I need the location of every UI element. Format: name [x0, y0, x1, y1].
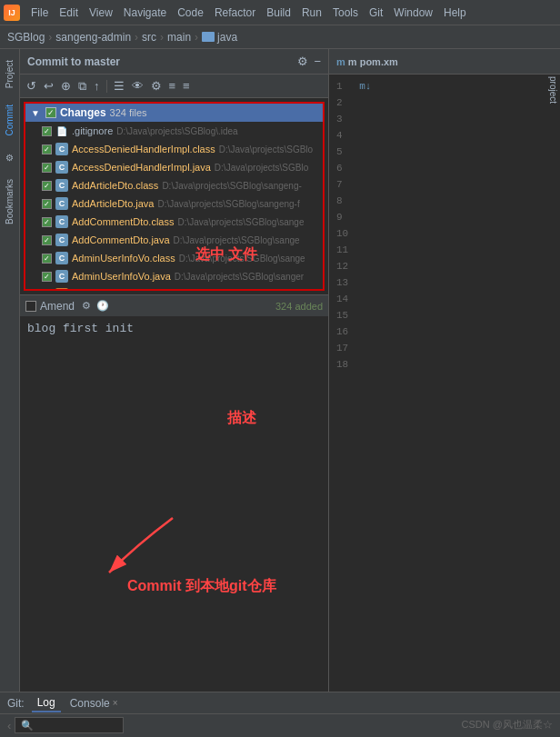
file-item-7[interactable]: ✓ C AdminUserInfoVo.class D:\Java\projec… — [25, 249, 323, 267]
file-item-2[interactable]: ✓ C AccessDeniedHandlerImpl.java D:\Java… — [25, 158, 323, 176]
menu-code[interactable]: Code — [172, 5, 209, 21]
tab-console-close[interactable]: × — [113, 698, 118, 708]
file-cb-gitignore[interactable]: ✓ — [42, 126, 52, 136]
file-cb-8[interactable]: ✓ — [42, 272, 52, 282]
file-item-5[interactable]: ✓ C AddCommentDto.class D:\Java\projects… — [25, 213, 323, 231]
menu-file[interactable]: File — [25, 5, 54, 21]
line-10: 10 — [336, 225, 348, 242]
file-item-4[interactable]: ✓ C AddArticleDto.java D:\Java\projects\… — [25, 194, 323, 213]
file-item-9[interactable]: ✓ E AppHttpCodeEnum.class D:\Java\projec… — [25, 285, 323, 291]
git-label: Git: — [7, 697, 25, 710]
menu-window[interactable]: Window — [388, 5, 438, 21]
line-4: 4 — [336, 127, 348, 144]
file-cb-9[interactable]: ✓ — [42, 290, 52, 292]
watermark: CSDN @风也温柔☆ — [462, 718, 553, 732]
changes-select-all[interactable]: ✓ — [45, 107, 56, 118]
minimize-icon[interactable]: − — [314, 55, 321, 68]
breadcrumb-src[interactable]: src — [142, 31, 156, 44]
toolbar-eye[interactable]: 👁 — [129, 77, 146, 95]
commit-panel: Commit to master ⚙ − ↺ ↩ ⊕ ⧉ ↑ ☰ 👁 ⚙ ≡ ≡… — [20, 49, 329, 737]
changes-count: 324 files — [110, 107, 147, 118]
menu-view[interactable]: View — [84, 5, 118, 21]
toolbar-view1[interactable]: ☰ — [111, 77, 127, 95]
toolbar: ↺ ↩ ⊕ ⧉ ↑ ☰ 👁 ⚙ ≡ ≡ — [20, 75, 328, 98]
file-cb-1[interactable]: ✓ — [42, 144, 52, 154]
line-12: 12 — [336, 258, 348, 274]
toolbar-menu1[interactable]: ≡ — [166, 77, 179, 95]
breadcrumb-sangeng-admin[interactable]: sangeng-admin — [55, 31, 131, 44]
sidebar-tab-commit[interactable]: Commit — [3, 97, 16, 143]
menu-navigate[interactable]: Navigate — [118, 5, 172, 21]
commit-message-input[interactable]: blog first init — [20, 316, 328, 513]
toolbar-up[interactable]: ↑ — [91, 77, 103, 95]
sidebar-tab-structure[interactable]: ⚙ — [3, 145, 16, 170]
editor-header: m m pom.xm — [329, 49, 560, 75]
changes-header[interactable]: ▼ ✓ Changes 324 files — [25, 104, 323, 122]
line-5: 5 — [336, 144, 348, 160]
changes-label: Changes — [60, 106, 106, 119]
breadcrumb-sep-1: › — [48, 31, 52, 44]
app-logo: IJ — [4, 5, 20, 21]
menu-edit[interactable]: Edit — [54, 5, 84, 21]
file-item-gitignore[interactable]: ✓ 📄 .gitignore D:\Java\projects\SGBlog\.… — [25, 122, 323, 140]
file-path-5: D:\Java\projects\SGBlog\sange — [178, 217, 305, 227]
file-path-6: D:\Java\projects\SGBlog\sange — [174, 235, 300, 245]
menu-git[interactable]: Git — [364, 5, 388, 21]
settings-icon[interactable]: ⚙ — [297, 55, 308, 68]
menu-run[interactable]: Run — [296, 5, 327, 21]
breadcrumb-java[interactable]: java — [202, 31, 237, 44]
amend-settings-icon[interactable]: ⚙ — [82, 300, 91, 312]
file-badge-1: C — [55, 143, 68, 155]
sidebar-tab-bookmarks[interactable]: Bookmarks — [3, 172, 16, 232]
file-item-8[interactable]: ✓ C AdminUserInfoVo.java D:\Java\project… — [25, 267, 323, 285]
menu-refactor[interactable]: Refactor — [209, 5, 261, 21]
file-item-1[interactable]: ✓ C AccessDeniedHandlerImpl.class D:\Jav… — [25, 140, 323, 158]
file-cb-7[interactable]: ✓ — [42, 254, 52, 264]
bottom-search-input[interactable] — [15, 717, 124, 733]
project-label[interactable]: project — [548, 76, 558, 104]
toolbar-refresh[interactable]: ↺ — [24, 77, 39, 95]
menu-build[interactable]: Build — [261, 5, 296, 21]
bottom-nav-left[interactable]: ‹ — [7, 719, 11, 732]
amend-history-icon[interactable]: 🕐 — [96, 300, 109, 312]
line-9: 9 — [336, 209, 348, 225]
file-item-6[interactable]: ✓ C AddCommentDto.java D:\Java\projects\… — [25, 231, 323, 249]
file-cb-2[interactable]: ✓ — [42, 163, 52, 173]
amend-checkbox[interactable] — [25, 301, 36, 312]
file-path-2: D:\Java\projects\SGBlo — [215, 163, 308, 173]
file-cb-4[interactable]: ✓ — [42, 199, 52, 209]
tab-console[interactable]: Console × — [65, 695, 124, 712]
line-3: 3 — [336, 111, 348, 127]
tab-log[interactable]: Log — [32, 694, 61, 712]
toolbar-copy[interactable]: ⧉ — [75, 77, 89, 95]
line-6: 6 — [336, 160, 348, 176]
file-cb-5[interactable]: ✓ — [42, 217, 52, 227]
tab-console-label: Console — [70, 697, 110, 710]
menu-help[interactable]: Help — [438, 5, 472, 21]
sidebar-tab-project[interactable]: Project — [3, 53, 16, 95]
toolbar-undo[interactable]: ↩ — [41, 77, 56, 95]
toolbar-bookmark[interactable]: ⊕ — [58, 77, 74, 95]
toolbar-settings[interactable]: ⚙ — [148, 77, 165, 95]
file-item-3[interactable]: ✓ C AddArticleDto.class D:\Java\projects… — [25, 176, 323, 194]
file-cb-3[interactable]: ✓ — [42, 181, 52, 191]
breadcrumb-main[interactable]: main — [167, 31, 191, 44]
file-path-1: D:\Java\projects\SGBlo — [219, 144, 313, 154]
file-badge-8: C — [55, 270, 68, 283]
menu-tools[interactable]: Tools — [327, 5, 364, 21]
editor-tab-m[interactable]: m m pom.xm — [336, 56, 398, 67]
breadcrumb-sgblog[interactable]: SGBlog — [7, 31, 45, 44]
file-badge-3: C — [55, 179, 68, 192]
changes-expand-icon: ▼ — [31, 108, 40, 118]
file-cb-6[interactable]: ✓ — [42, 235, 52, 245]
toolbar-menu2[interactable]: ≡ — [180, 77, 193, 95]
editor-body: 1 2 3 4 5 6 7 8 9 10 11 12 13 14 15 16 1… — [329, 75, 560, 737]
line-15: 15 — [336, 307, 348, 324]
breadcrumb-sep-3: › — [160, 31, 164, 44]
file-name-7: AdminUserInfoVo.class — [72, 253, 175, 264]
file-badge-gitignore: 📄 — [55, 124, 68, 137]
line-numbers: 1 2 3 4 5 6 7 8 9 10 11 12 13 14 15 16 1… — [329, 75, 355, 737]
line-18: 18 — [336, 356, 348, 373]
menubar: IJ File Edit View Navigate Code Refactor… — [0, 0, 560, 25]
annotation-select-files: 选中 文件 — [195, 245, 257, 264]
